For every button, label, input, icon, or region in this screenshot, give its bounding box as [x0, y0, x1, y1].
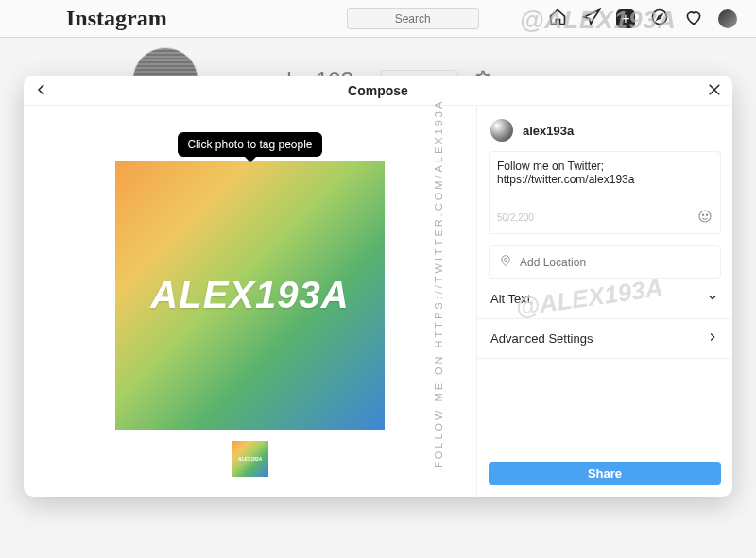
compose-author: alex193a — [477, 106, 732, 151]
chevron-down-icon — [706, 291, 719, 307]
thumbnail-text: ALEX193A — [238, 456, 262, 462]
preview-text: ALEX193A — [150, 274, 349, 316]
author-username: alex193a — [523, 124, 574, 138]
svg-point-4 — [706, 214, 707, 215]
modal-title: Compose — [348, 83, 408, 98]
photo-preview[interactable]: ALEX193A — [115, 161, 385, 430]
location-pin-icon — [499, 254, 512, 270]
compose-preview-pane: Click photo to tag people ALEX193A ALEX1… — [24, 106, 477, 497]
author-avatar-icon — [490, 119, 513, 142]
emoji-picker-icon[interactable] — [697, 209, 713, 226]
advanced-settings-row[interactable]: Advanced Settings — [477, 318, 732, 358]
compose-modal: Compose Click photo to tag people ALEX19… — [24, 76, 732, 497]
tag-people-tooltip: Click photo to tag people — [178, 132, 321, 157]
share-row: Share — [477, 452, 732, 497]
compose-form-pane: alex193a 50/2,200 Alt Text — [477, 106, 732, 497]
chevron-right-icon — [706, 330, 719, 347]
svg-point-3 — [702, 214, 703, 215]
photo-thumbnail[interactable]: ALEX193A — [232, 441, 268, 477]
alt-text-label: Alt Text — [490, 292, 530, 306]
alt-text-row[interactable]: Alt Text — [477, 279, 732, 318]
back-icon[interactable] — [33, 81, 50, 101]
advanced-settings-label: Advanced Settings — [490, 331, 593, 346]
char-counter: 50/2,200 — [497, 212, 534, 223]
modal-header: Compose — [24, 76, 732, 106]
location-box[interactable] — [489, 245, 721, 279]
share-button[interactable]: Share — [489, 462, 721, 485]
caption-input[interactable] — [497, 160, 713, 203]
caption-box: 50/2,200 — [489, 151, 721, 234]
close-icon[interactable] — [706, 81, 723, 101]
location-input[interactable] — [520, 256, 711, 269]
svg-point-2 — [699, 211, 711, 222]
svg-point-5 — [505, 258, 507, 261]
